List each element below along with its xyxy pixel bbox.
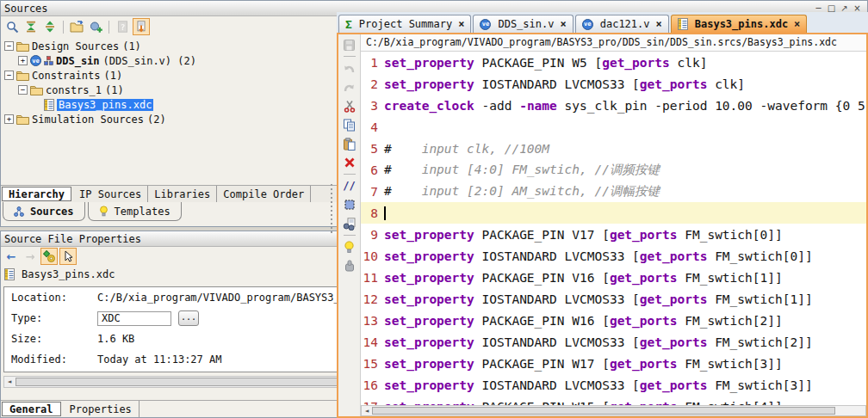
line-number: 10 [361, 249, 384, 263]
edit-properties-button[interactable] [40, 248, 58, 265]
toggle-comment-button[interactable]: // [341, 177, 358, 194]
expander-minus-icon[interactable]: − [4, 41, 14, 51]
select-mode-button[interactable] [59, 248, 77, 265]
editor-tab-dds-sin-v[interactable]: veDDS_sin.v× [473, 15, 573, 33]
code-token: # [384, 184, 392, 198]
code-text: set_property IOSTANDARD LVCMOS33 [get_po… [384, 335, 813, 349]
browse-button[interactable]: ... [178, 310, 199, 326]
forward-button[interactable]: → [22, 248, 39, 265]
code-line: 5# input clk, //100M [361, 138, 866, 159]
find-in-files-button[interactable] [341, 215, 358, 232]
expander-minus-icon[interactable]: − [18, 85, 28, 95]
scrollbar-thumb[interactable] [372, 407, 835, 415]
folder-icon [16, 114, 29, 125]
tree-item-label: Basys3_pins.xdc [57, 99, 153, 111]
tab-label: Properties [70, 403, 132, 415]
code-text: # input clk, //100M [384, 142, 549, 156]
expander-minus-icon[interactable]: − [4, 71, 14, 80]
expand-all-button[interactable] [41, 18, 59, 35]
code-line: 2set_property IOSTANDARD LVCMOS33 [get_p… [361, 73, 866, 95]
code-text: set_property IOSTANDARD LVCMOS33 [get_po… [384, 77, 745, 91]
folder-icon [30, 85, 43, 95]
paste-button[interactable] [341, 135, 358, 152]
editor-tab-basys3-pins-xdc[interactable]: Basys3_pins.xdc× [671, 15, 808, 33]
format-button[interactable] [341, 257, 358, 274]
open-folder-button[interactable] [68, 18, 85, 35]
search-button[interactable] [3, 18, 21, 35]
property-label: Size: [11, 333, 97, 345]
tab-libraries[interactable]: Libraries [148, 186, 217, 202]
add-sources-button[interactable] [87, 18, 104, 35]
code-text: # input [2:0] AM_switch, //调幅按键 [384, 183, 660, 200]
code-text: set_property IOSTANDARD LVCMOS33 [get_po… [384, 378, 813, 392]
code-editor[interactable]: 1set_property PACKAGE_PIN W5 [get_ports … [361, 52, 866, 416]
code-token: PACKAGE_PIN W17 [ [474, 357, 610, 371]
redo-button[interactable] [341, 78, 358, 95]
verilog-icon: ve [480, 19, 491, 30]
xdc-file-icon [4, 268, 15, 280]
tree-item-label: Constraints [32, 70, 100, 82]
code-line: 10set_property IOSTANDARD LVCMOS33 [get_… [361, 245, 866, 267]
code-token: get_ports [610, 271, 678, 285]
tab-general[interactable]: General [2, 402, 61, 416]
save-button[interactable] [341, 36, 358, 53]
tab-ip-sources[interactable]: IP Sources [73, 186, 148, 202]
panel-splitter[interactable] [326, 12, 337, 418]
code-token: FM_swtich[2]] [707, 335, 812, 349]
close-tab-icon[interactable]: × [458, 18, 464, 30]
code-text: set_property PACKAGE_PIN W16 [get_ports … [384, 314, 783, 328]
panel-tab-templates[interactable]: Templates [88, 202, 182, 221]
code-token: set_property [384, 292, 474, 306]
line-number: 9 [361, 228, 384, 242]
copy-button[interactable] [341, 116, 358, 133]
undo-button[interactable] [341, 59, 358, 77]
sources-nodes-icon [14, 206, 24, 217]
code-token: set_property [384, 335, 474, 349]
scroll-to-selected-button[interactable] [133, 18, 150, 35]
line-number: 5 [361, 142, 384, 156]
code-line: 7# input [2:0] AM_switch, //调幅按键 [361, 181, 866, 202]
code-token: sys_clk_pin -period 10.00 -waveform {0 5… [557, 99, 866, 113]
code-token: get_ports [640, 249, 708, 263]
close-tab-icon[interactable]: × [656, 18, 662, 30]
toolbar-separator [108, 21, 109, 34]
tab-compile-order[interactable]: Compile Order [217, 186, 311, 202]
property-value: 1.6 KB [97, 333, 134, 345]
panel-tab-sources[interactable]: Sources [3, 202, 85, 221]
cut-button[interactable] [341, 97, 358, 114]
property-label: Modified: [11, 353, 97, 366]
editor-area: ΣProject Summary×veDDS_sin.v×vedac121.v×… [337, 12, 868, 418]
bulb-icon [99, 206, 108, 217]
scroll-left-icon[interactable]: ◄ [362, 406, 372, 415]
editor-tab-bar: ΣProject Summary×veDDS_sin.v×vedac121.v×… [337, 12, 868, 33]
tree-item-count: (1) [103, 70, 122, 82]
close-tab-icon[interactable]: × [560, 18, 566, 30]
back-button[interactable]: ← [3, 248, 20, 265]
code-token: -add [474, 99, 519, 113]
line-number: 2 [361, 77, 384, 91]
collapse-all-button[interactable] [22, 18, 40, 35]
tree-item-label: DDS_sin [56, 55, 100, 67]
code-token: PACKAGE_PIN W16 [ [474, 314, 610, 328]
code-token: PACKAGE_PIN V17 [ [474, 228, 610, 242]
editor-tab-project-summary[interactable]: ΣProject Summary× [338, 15, 471, 33]
language-assist-button[interactable] [341, 238, 358, 255]
editor-tab-dac121-v[interactable]: vedac121.v× [575, 15, 669, 33]
toggle-block-button[interactable] [341, 196, 358, 213]
code-token: get_ports [602, 56, 670, 70]
scroll-left-icon[interactable]: ◄ [4, 377, 15, 387]
delete-button[interactable] [341, 154, 358, 171]
code-text: set_property IOSTANDARD LVCMOS33 [get_po… [384, 292, 813, 306]
close-tab-icon[interactable]: × [794, 18, 800, 30]
code-token: IOSTANDARD LVCMOS33 [ [474, 378, 640, 392]
tab-properties[interactable]: Properties [63, 401, 140, 417]
expander-plus-icon[interactable]: + [4, 114, 14, 124]
help-button[interactable]: ? [114, 18, 131, 35]
tab-hierarchy[interactable]: Hierarchy [2, 187, 71, 201]
editor-horizontal-scrollbar[interactable]: ◄ [361, 405, 866, 416]
tree-item-count: (2) [147, 114, 166, 126]
expander-plus-icon[interactable]: + [18, 56, 28, 65]
type-input[interactable]: XDC [97, 311, 171, 326]
toolbar-separator [344, 174, 356, 175]
code-line: 11set_property PACKAGE_PIN V16 [get_port… [361, 267, 866, 288]
